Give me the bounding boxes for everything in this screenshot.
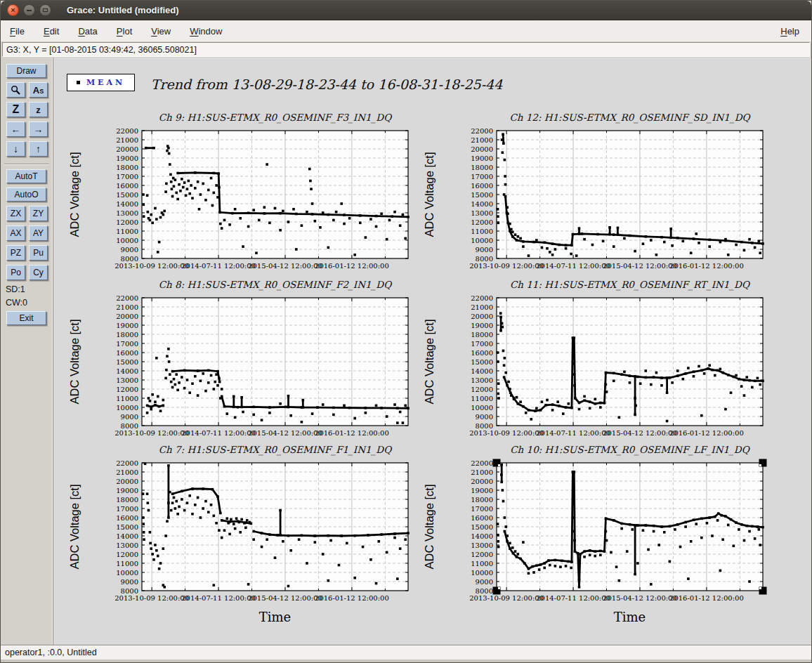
toolbar-cw-label: CW:0 xyxy=(6,298,53,308)
svg-text:13000: 13000 xyxy=(471,541,493,549)
zx-button[interactable]: ZX xyxy=(6,206,25,221)
plot-canvas[interactable]: MEAN Trend from 13-08-29-18-23-44 to 16-… xyxy=(53,58,811,645)
svg-text:9000: 9000 xyxy=(121,413,138,421)
maximize-button[interactable] xyxy=(39,4,51,16)
atext-button[interactable]: AS xyxy=(29,82,48,98)
pan-right-button[interactable]: → xyxy=(29,122,48,137)
y-axis-label: ADC Voltage [ct] xyxy=(68,152,81,237)
menu-plot[interactable]: Plot xyxy=(117,26,132,37)
svg-text:16000: 16000 xyxy=(116,349,138,357)
zoom-tool-button[interactable] xyxy=(6,82,25,98)
draw-button[interactable]: Draw xyxy=(6,64,46,78)
plot-ch10[interactable]: 8000900010000110001200013000140001500016… xyxy=(417,438,771,638)
svg-text:16000: 16000 xyxy=(471,182,493,190)
minimize-button[interactable] xyxy=(23,4,35,16)
minimize-icon xyxy=(27,10,32,11)
chart-title-ch10: Ch 10: H1:SUS-ETMX_R0_OSEMINF_LF_IN1_DQ xyxy=(510,444,750,456)
svg-text:21000: 21000 xyxy=(471,136,493,144)
svg-text:2016-01-12 12:00:00: 2016-01-12 12:00:00 xyxy=(669,594,744,602)
menu-file[interactable]: File xyxy=(10,26,25,37)
svg-text:19000: 19000 xyxy=(116,322,138,329)
svg-text:2014-07-11 12:00:00: 2014-07-11 12:00:00 xyxy=(536,429,610,437)
svg-text:2014-07-11 12:00:00: 2014-07-11 12:00:00 xyxy=(181,429,256,437)
svg-text:21000: 21000 xyxy=(116,303,138,311)
menu-edit[interactable]: Edit xyxy=(44,26,59,37)
pan-up-button[interactable]: ↑ xyxy=(29,141,48,157)
y-axis-label: ADC Voltage [ct] xyxy=(423,319,436,404)
svg-text:2016-01-12 12:00:00: 2016-01-12 12:00:00 xyxy=(315,262,389,270)
zy-button[interactable]: ZY xyxy=(29,206,48,221)
ax-button[interactable]: AX xyxy=(6,225,25,241)
svg-text:17000: 17000 xyxy=(471,505,493,513)
svg-text:2015-04-12 12:00:00: 2015-04-12 12:00:00 xyxy=(603,594,677,602)
svg-text:11000: 11000 xyxy=(116,395,138,402)
svg-text:18000: 18000 xyxy=(116,496,138,504)
cy-button[interactable]: Cy xyxy=(29,265,48,280)
svg-text:22000: 22000 xyxy=(471,459,493,467)
ay-button[interactable]: AY xyxy=(29,225,48,241)
svg-text:20000: 20000 xyxy=(471,478,493,485)
exit-button[interactable]: Exit xyxy=(6,311,46,325)
svg-text:11000: 11000 xyxy=(471,395,493,402)
pu-button[interactable]: Pu xyxy=(29,245,48,261)
main-title: Trend from 13-08-29-18-23-44 to 16-08-31… xyxy=(116,77,537,92)
svg-text:15000: 15000 xyxy=(471,191,493,199)
svg-text:15000: 15000 xyxy=(116,523,138,531)
menu-view[interactable]: View xyxy=(151,26,171,37)
svg-text:9000: 9000 xyxy=(476,413,493,421)
zoom-out-button[interactable]: z xyxy=(29,102,48,117)
svg-text:14000: 14000 xyxy=(116,532,138,540)
grace-window: × Grace: Untitled (modified) FileEditDat… xyxy=(0,0,812,663)
titlebar[interactable]: × Grace: Untitled (modified) xyxy=(1,1,811,20)
svg-text:15000: 15000 xyxy=(471,358,493,366)
svg-text:18000: 18000 xyxy=(471,164,493,171)
pz-button[interactable]: PZ xyxy=(6,245,25,261)
svg-text:8000: 8000 xyxy=(476,587,493,595)
svg-text:2014-07-11 12:00:00: 2014-07-11 12:00:00 xyxy=(181,262,256,270)
svg-text:2016-01-12 12:00:00: 2016-01-12 12:00:00 xyxy=(669,429,744,437)
chart-svg-ch7: 8000900010000110001200013000140001500016… xyxy=(62,438,417,638)
svg-text:16000: 16000 xyxy=(471,514,493,522)
svg-text:11000: 11000 xyxy=(116,228,138,235)
window-resize-edge[interactable] xyxy=(1,659,811,662)
svg-text:17000: 17000 xyxy=(116,505,138,513)
svg-text:2016-01-12 12:00:00: 2016-01-12 12:00:00 xyxy=(315,594,389,602)
po-button[interactable]: Po xyxy=(6,265,25,280)
svg-text:16000: 16000 xyxy=(116,514,138,522)
chart-svg-ch10: 8000900010000110001200013000140001500016… xyxy=(417,438,771,638)
status-text: operator1, :0.0, Untitled xyxy=(5,648,97,657)
zoom-in-button[interactable]: Z xyxy=(6,102,25,117)
svg-text:22000: 22000 xyxy=(116,127,138,135)
plot-ch7[interactable]: 8000900010000110001200013000140001500016… xyxy=(62,438,417,638)
svg-text:19000: 19000 xyxy=(471,155,493,162)
svg-text:10000: 10000 xyxy=(116,404,138,412)
svg-text:2016-01-12 12:00:00: 2016-01-12 12:00:00 xyxy=(669,262,744,270)
svg-text:11000: 11000 xyxy=(116,560,138,567)
pan-left-button[interactable]: ← xyxy=(6,122,25,137)
svg-text:2013-10-09 12:00:00: 2013-10-09 12:00:00 xyxy=(114,594,189,602)
svg-text:20000: 20000 xyxy=(471,145,493,153)
svg-text:13000: 13000 xyxy=(471,209,493,217)
svg-text:8000: 8000 xyxy=(121,587,138,595)
menu-window[interactable]: Window xyxy=(190,26,222,37)
svg-text:22000: 22000 xyxy=(116,459,138,467)
autot-button[interactable]: AutoT xyxy=(6,169,46,183)
svg-text:9000: 9000 xyxy=(121,578,138,586)
autoo-button[interactable]: AutoO xyxy=(6,188,46,202)
menu-help[interactable]: Help xyxy=(780,26,799,37)
locator-bar: G3: X, Y = [01-08-2015 03:49:42, 36065.5… xyxy=(2,42,810,57)
menu-data[interactable]: Data xyxy=(78,26,97,37)
svg-text:14000: 14000 xyxy=(471,200,493,208)
menu-items: FileEditDataPlotViewWindow xyxy=(10,26,241,37)
toolbar-sd-label: SD:1 xyxy=(6,284,53,294)
svg-text:8000: 8000 xyxy=(121,255,138,263)
svg-text:8000: 8000 xyxy=(476,255,493,263)
y-axis-label: ADC Voltage [ct] xyxy=(423,152,436,237)
pan-down-button[interactable]: ↓ xyxy=(6,141,25,157)
svg-text:12000: 12000 xyxy=(116,551,138,558)
svg-text:2015-04-12 12:00:00: 2015-04-12 12:00:00 xyxy=(248,429,322,437)
menubar: FileEditDataPlotViewWindow Help xyxy=(1,20,811,41)
svg-text:21000: 21000 xyxy=(116,136,138,144)
svg-text:8000: 8000 xyxy=(476,422,493,430)
close-button[interactable]: × xyxy=(7,4,19,16)
